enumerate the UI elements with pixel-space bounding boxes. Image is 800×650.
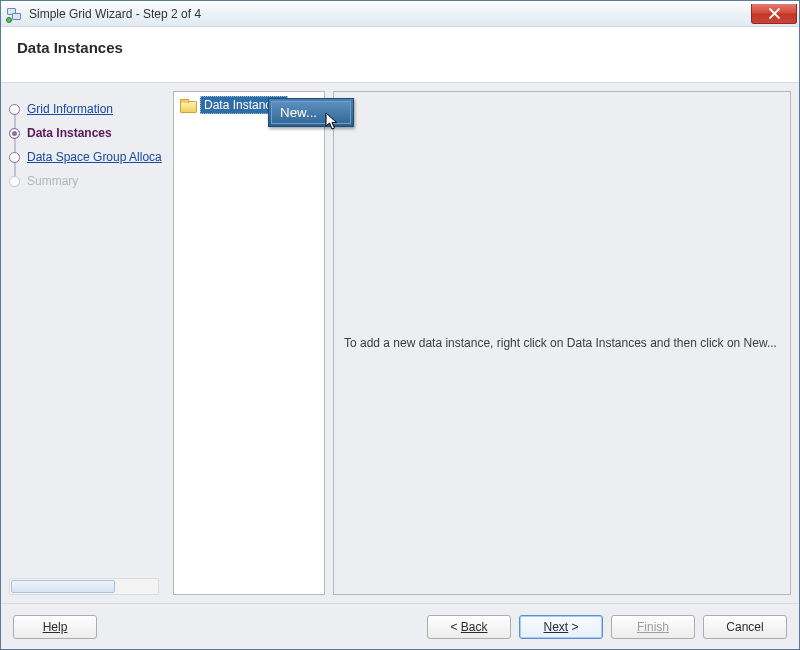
help-button[interactable]: Help: [13, 615, 97, 639]
wizard-window: Simple Grid Wizard - Step 2 of 4 Data In…: [0, 0, 800, 650]
step-summary: Summary: [9, 169, 165, 193]
step-label: Summary: [27, 174, 78, 188]
sidebar-horizontal-scrollbar[interactable]: [9, 578, 159, 595]
cancel-button[interactable]: Cancel: [703, 615, 787, 639]
scrollbar-thumb[interactable]: [11, 580, 115, 593]
window-title: Simple Grid Wizard - Step 2 of 4: [29, 7, 201, 21]
app-icon: [7, 6, 23, 22]
back-button[interactable]: < Back: [427, 615, 511, 639]
step-connector: [14, 105, 16, 187]
step-bullet-icon: [9, 104, 20, 115]
step-bullet-icon: [9, 128, 20, 139]
context-menu: New...: [268, 98, 354, 127]
step-grid-information[interactable]: Grid Information: [9, 97, 165, 121]
hint-text: To add a new data instance, right click …: [344, 336, 777, 350]
step-bullet-icon: [9, 176, 20, 187]
step-label: Grid Information: [27, 102, 113, 116]
close-icon: [769, 8, 780, 19]
titlebar: Simple Grid Wizard - Step 2 of 4: [1, 1, 799, 27]
finish-button: Finish: [611, 615, 695, 639]
step-bullet-icon: [9, 152, 20, 163]
context-menu-new[interactable]: New...: [271, 101, 351, 124]
content-pane: To add a new data instance, right click …: [333, 91, 791, 595]
step-data-space-group[interactable]: Data Space Group Alloca: [9, 145, 165, 169]
close-button[interactable]: [751, 4, 797, 24]
footer: Help < Back Next > Finish Cancel: [1, 603, 799, 649]
step-label: Data Space Group Alloca: [27, 150, 162, 164]
page-title: Data Instances: [17, 39, 783, 56]
step-label: Data Instances: [27, 126, 112, 140]
folder-icon: [180, 99, 196, 112]
step-data-instances[interactable]: Data Instances: [9, 121, 165, 145]
tree-pane[interactable]: Data Instances New...: [173, 91, 325, 595]
body: Grid Information Data Instances Data Spa…: [1, 83, 799, 603]
wizard-steps-sidebar: Grid Information Data Instances Data Spa…: [1, 83, 165, 603]
next-button[interactable]: Next >: [519, 615, 603, 639]
header: Data Instances: [1, 27, 799, 83]
